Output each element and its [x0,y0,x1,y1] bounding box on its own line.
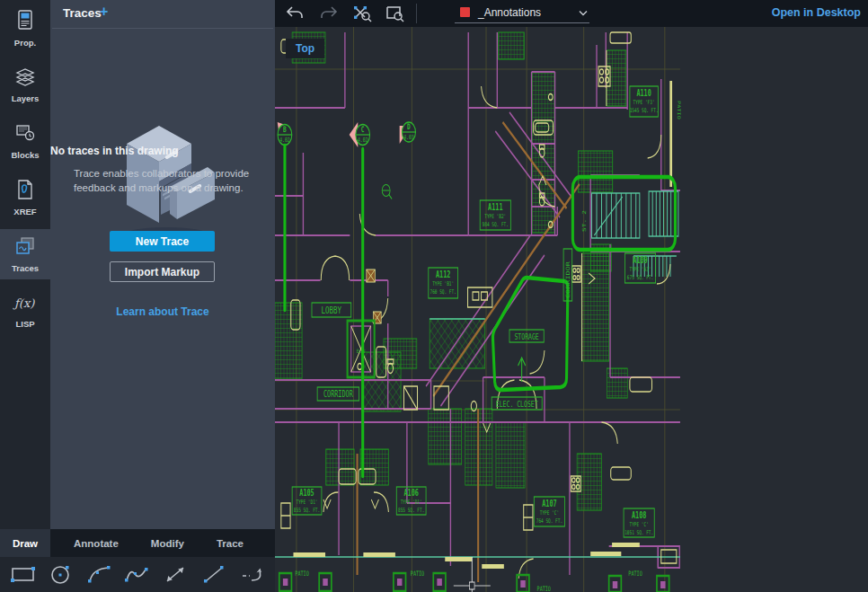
properties-icon [15,10,35,35]
layers-icon [14,66,36,91]
import-markup-button[interactable]: Import Markup [110,261,215,282]
layer-color-swatch [460,7,470,17]
section-markers: B 4.02 C 4.02 D 4.03 [278,122,416,199]
rail-item-xref[interactable]: XREF [0,172,50,223]
rail-item-layers[interactable]: Layers [0,59,50,110]
chevron-down-icon [579,10,588,17]
svg-text:PATIO: PATIO [628,570,642,578]
view-tab-top[interactable]: Top [286,39,324,58]
draw-tools [0,557,275,592]
tab-modify[interactable]: Modify [135,529,200,557]
rail-item-traces[interactable]: Traces [0,229,50,279]
svg-text:TYPE 'B2': TYPE 'B2' [484,213,506,219]
blocks-icon [14,122,36,147]
svg-text:D: D [407,122,411,132]
svg-text:A105: A105 [299,488,314,499]
crosshair-cursor [454,557,491,592]
svg-text:PATIO: PATIO [537,585,551,592]
floor-plan-canvas[interactable]: ELEV B 4.02 C 4.02 D 4.03 [275,27,868,592]
divider [52,28,273,29]
svg-text:A107: A107 [542,499,556,509]
rail-item-label: Prop. [14,38,36,48]
svg-text:1051 SQ. FT.: 1051 SQ. FT. [624,529,653,535]
svg-text:A112: A112 [436,269,450,280]
learn-about-trace-link[interactable]: Learn about Trace [50,305,275,318]
svg-text:A111: A111 [488,202,502,213]
svg-text:TYPE 'C': TYPE 'C' [540,509,559,516]
lisp-icon: ƒ(x) [13,293,38,316]
svg-text:ST. 2: ST. 2 [581,210,587,232]
svg-text:A108: A108 [632,510,646,521]
svg-text:A106: A106 [403,488,418,499]
rail-item-label: Layers [12,93,40,103]
svg-text:4.03: 4.03 [403,133,414,140]
new-trace-button[interactable]: New Trace [110,231,215,252]
svg-text:4.02: 4.02 [358,136,368,143]
circle-tool-icon[interactable] [45,562,77,588]
rail-item-blocks[interactable]: Blocks [0,116,50,166]
svg-text:A110: A110 [636,88,651,99]
tab-draw[interactable]: Draw [0,529,50,557]
rail-item-label: Blocks [11,150,39,160]
traces-panel-header: Traces + [50,0,275,28]
svg-text:TYPE 'D1': TYPE 'D1' [297,499,318,506]
tool-rail: Prop. Layers Blocks XREF Traces ƒ(x) LIS… [0,0,50,529]
svg-text:ELEC. CLOSET: ELEC. CLOSET [496,399,538,410]
svg-text:1545 SQ. FT.: 1545 SQ. FT. [630,108,659,114]
measure-tool-icon[interactable] [159,562,191,588]
traces-panel: Traces + No traces in this drawing Trace… [50,0,275,529]
toolbar-separator [416,4,417,23]
svg-text:TYPE 'F3': TYPE 'F3' [633,100,655,106]
door-swings [321,86,670,579]
add-trace-icon[interactable]: + [100,4,108,20]
xref-icon [15,179,35,204]
drawing-viewport[interactable]: Top [275,27,868,592]
arc-tool-icon[interactable] [84,562,116,588]
rail-item-properties[interactable]: Prop. [0,4,50,54]
undo-icon[interactable] [284,3,306,24]
svg-text:PATIO: PATIO [411,570,424,578]
svg-text:TYPE 'B1': TYPE 'B1' [432,281,454,287]
svg-text:760 SQ. FT.: 760 SQ. FT. [430,289,456,296]
svg-text:PATIO: PATIO [677,101,682,119]
svg-text:ƒ(x): ƒ(x) [13,296,35,310]
column-markers [367,269,381,323]
tab-annotate[interactable]: Annotate [58,529,135,557]
svg-text:A109: A109 [633,255,647,266]
polyline-tool-icon[interactable] [121,562,154,588]
svg-text:855 SQ. FT.: 855 SQ. FT. [398,507,424,513]
svg-text:CORRIDOR: CORRIDOR [323,389,354,400]
svg-text:4.02: 4.02 [279,136,290,143]
svg-text:TYPE 'A3': TYPE 'A3' [630,266,651,272]
revcloud-tool-icon[interactable] [235,562,268,588]
svg-text:TYPE 'D1': TYPE 'D1' [401,499,422,506]
zoom-object-icon[interactable] [350,3,372,24]
panel-title: Traces [63,6,102,20]
traces-icon [14,235,36,261]
empty-state-description: Trace enables collaborators to provide f… [74,167,252,195]
zoom-window-icon[interactable] [383,3,404,24]
empty-state-title: No traces in this drawing [50,145,275,157]
svg-text:B: B [283,125,287,135]
open-in-desktop-link[interactable]: Open in Desktop [772,6,861,19]
rail-item-lisp[interactable]: ƒ(x) LISP [0,286,50,336]
svg-text:STORAGE: STORAGE [514,331,538,342]
svg-text:855 SQ. FT.: 855 SQ. FT. [294,507,320,513]
svg-text:PATIO: PATIO [295,570,308,578]
redo-icon[interactable] [318,3,340,24]
svg-text:984 SQ. FT.: 984 SQ. FT. [483,221,509,227]
rectangle-tool-icon[interactable] [7,562,40,588]
svg-text:CORRIDOR: CORRIDOR [564,261,571,298]
bottom-tabbar: Draw Annotate Modify Trace [0,529,275,557]
svg-text:764 SQ. FT.: 764 SQ. FT. [536,517,562,524]
line-tool-icon[interactable] [198,562,230,588]
named-view-label: _Annotations [478,6,541,19]
tab-trace[interactable]: Trace [200,529,260,557]
rail-item-label: XREF [13,207,36,216]
canvas-toolbar: _Annotations Open in Desktop [275,0,868,27]
svg-text:675 SQ. FT.: 675 SQ. FT. [627,274,653,280]
svg-text:C: C [361,125,365,135]
rail-item-label: Traces [12,263,39,273]
svg-text:LOBBY: LOBBY [322,304,342,315]
named-view-dropdown[interactable]: _Annotations [455,4,589,23]
